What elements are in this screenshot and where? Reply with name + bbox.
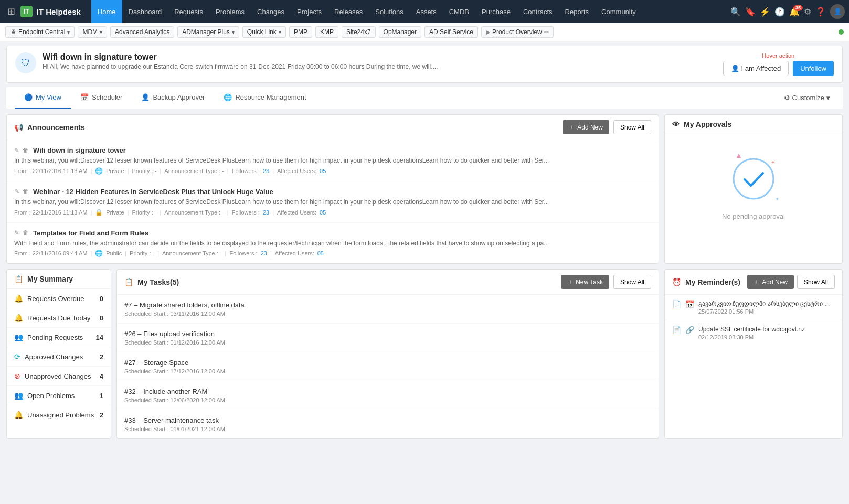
shortcut-ad-self-service[interactable]: AD Self Service xyxy=(424,26,478,38)
tab-resource-management[interactable]: 🌐 Resource Management xyxy=(214,87,315,109)
task-item[interactable]: #7 – Migrate shared folders, offline dat… xyxy=(117,295,659,324)
nav-problems[interactable]: Problems xyxy=(209,0,251,23)
add-announcement-button[interactable]: ＋ Add New xyxy=(563,120,609,134)
ann-item-actions: ✎ 🗑 xyxy=(14,188,29,195)
app-name: IT Helpdesk xyxy=(37,7,81,16)
nav-community[interactable]: Community xyxy=(595,0,642,23)
shortcut-kmp[interactable]: KMP xyxy=(315,26,338,38)
task-date: Scheduled Start : 17/12/2016 12:00 AM xyxy=(124,368,651,374)
nav-cmdb[interactable]: CMDB xyxy=(443,0,475,23)
approved-changes-icon: ⟳ xyxy=(14,352,20,361)
ann-item-actions: ✎ 🗑 xyxy=(14,229,29,237)
delete-icon[interactable]: 🗑 xyxy=(23,188,29,195)
shortcut-quick-link[interactable]: Quick Link ▾ xyxy=(242,26,286,38)
lightning-icon[interactable]: ⚡ xyxy=(760,7,770,17)
settings-icon[interactable]: ⚙ xyxy=(804,7,811,17)
reminder-doc-icon: 📄 xyxy=(672,326,681,334)
summary-row-open-problems[interactable]: 👥 Open Problems 1 xyxy=(7,386,111,405)
search-icon[interactable]: 🔍 xyxy=(730,7,741,17)
edit-icon[interactable]: ✎ xyxy=(14,229,19,237)
announcement-item: ✎ 🗑 Webinar - 12 Hidden Features in Serv… xyxy=(7,181,659,223)
resource-management-icon: 🌐 xyxy=(224,93,232,101)
summary-label: ⊗ Unapproved Changes xyxy=(14,372,91,380)
unassigned-problems-icon: 🔔 xyxy=(14,411,23,419)
shortcut-pmp[interactable]: PMP xyxy=(289,26,312,38)
task-item[interactable]: #33 – Server maintenance task Scheduled … xyxy=(117,410,659,438)
nav-purchase[interactable]: Purchase xyxy=(475,0,517,23)
iam-affected-button[interactable]: 👤 I am Affected xyxy=(723,61,789,76)
history-icon[interactable]: 🕐 xyxy=(774,7,785,17)
reminder-item[interactable]: 📄 📅 გავარკვიო ზუფდილში არსებული ცენტრი .… xyxy=(665,295,842,320)
summary-label: 🔔 Unassigned Problems xyxy=(14,411,94,419)
tab-scheduler[interactable]: 📅 Scheduler xyxy=(71,87,132,109)
nav-requests[interactable]: Requests xyxy=(168,0,209,23)
help-icon[interactable]: ❓ xyxy=(815,7,826,17)
summary-row-approved-changes[interactable]: ⟳ Approved Changes 2 xyxy=(7,347,111,367)
shortcut-mdm[interactable]: MDM ▾ xyxy=(78,26,107,38)
show-all-tasks-button[interactable]: Show All xyxy=(613,275,651,289)
ann-affected-label: Affected Users: xyxy=(277,168,316,174)
shortcut-admanager[interactable]: ADManager Plus ▾ xyxy=(177,26,239,38)
unfollow-button[interactable]: Unfollow xyxy=(793,61,834,76)
task-item[interactable]: #27 – Storage Space Scheduled Start : 17… xyxy=(117,352,659,381)
task-item[interactable]: #32 – Include another RAM Scheduled Star… xyxy=(117,381,659,410)
task-item[interactable]: #26 – Files upload verification Schedule… xyxy=(117,324,659,352)
delete-icon[interactable]: 🗑 xyxy=(23,229,29,237)
delete-icon[interactable]: 🗑 xyxy=(23,147,29,154)
my-reminders-panel: ⏰ My Reminder(s) ＋ Add New Show All 📄 📅 … xyxy=(664,269,843,439)
ann-body: In this webinar, you will:Discover 12 le… xyxy=(14,198,651,207)
show-all-announcements-button[interactable]: Show All xyxy=(613,120,651,134)
shortcut-advanced-analytics[interactable]: Advanced Analytics xyxy=(110,26,174,38)
nav-reports[interactable]: Reports xyxy=(559,0,596,23)
edit-icon[interactable]: ✎ xyxy=(14,188,19,195)
tab-my-view[interactable]: 🔵 My View xyxy=(15,87,71,109)
nav-home[interactable]: Home xyxy=(91,0,122,23)
nav-assets[interactable]: Assets xyxy=(410,0,443,23)
nav-solutions[interactable]: Solutions xyxy=(369,0,409,23)
user-avatar[interactable]: 👤 xyxy=(830,4,845,19)
shortcut-product-overview[interactable]: ▶ Product Overview ✏ xyxy=(481,26,554,38)
ann-from: From : 22/11/2016 11:13 AM xyxy=(14,209,87,216)
reminder-item[interactable]: 📄 🔗 Update SSL certificate for wdc.govt.… xyxy=(665,320,842,346)
notifications-wrapper: 🔔 35 xyxy=(789,7,800,17)
task-date: Scheduled Start : 01/01/2021 12:00 AM xyxy=(124,426,651,432)
shortcut-site24x7[interactable]: Site24x7 xyxy=(342,26,376,38)
summary-row-pending[interactable]: 👥 Pending Requests 14 xyxy=(7,328,111,347)
summary-row-due-today[interactable]: 🔔 Requests Due Today 0 xyxy=(7,308,111,328)
tasks-title-label: My Tasks(5) xyxy=(137,278,179,286)
backup-approver-label: Backup Approver xyxy=(153,93,205,101)
my-summary-panel: 📋 My Summary 🔔 Requests Overdue 0 🔔 Requ… xyxy=(6,269,111,439)
approved-changes-count: 2 xyxy=(100,353,103,361)
summary-title-label: My Summary xyxy=(27,275,73,283)
reminder-doc-icon: 📄 xyxy=(672,300,681,308)
nav-dashboard[interactable]: Dashboard xyxy=(122,0,168,23)
show-all-reminders-button[interactable]: Show All xyxy=(797,275,835,289)
nav-changes[interactable]: Changes xyxy=(251,0,291,23)
task-title: #27 – Storage Space xyxy=(124,359,651,367)
ann-type: Announcement Type : - xyxy=(164,209,224,216)
edit-icon[interactable]: ✎ xyxy=(14,147,19,154)
nav-projects[interactable]: Projects xyxy=(291,0,328,23)
reminder-content: Update SSL certificate for wdc.govt.nz 0… xyxy=(698,326,835,340)
summary-row-unassigned-problems[interactable]: 🔔 Unassigned Problems 2 xyxy=(7,405,111,424)
shortcut-endpoint-central[interactable]: 🖥 Endpoint Central ▾ xyxy=(5,26,75,38)
bookmark-icon[interactable]: 🔖 xyxy=(745,7,756,17)
pending-requests-label: Pending Requests xyxy=(27,334,83,341)
summary-label: 🔔 Requests Overdue xyxy=(14,294,84,303)
nav-releases[interactable]: Releases xyxy=(328,0,369,23)
unapproved-changes-count: 4 xyxy=(100,372,103,380)
approvals-header: 👁 My Approvals xyxy=(665,115,842,134)
shortcut-opmanager[interactable]: OpManager xyxy=(379,26,421,38)
nav-contracts[interactable]: Contracts xyxy=(517,0,559,23)
new-task-button[interactable]: ＋ New Task xyxy=(561,275,609,289)
ann-priority: Priority : - xyxy=(132,168,156,174)
banner-title: Wifi down in signature tower xyxy=(43,52,717,62)
summary-row-requests-overdue[interactable]: 🔔 Requests Overdue 0 xyxy=(7,289,111,308)
announcement-item: ✎ 🗑 Templates for Field and Form Rules W… xyxy=(7,223,659,264)
announcements-panel: 📢 Announcements ＋ Add New Show All ✎ 🗑 xyxy=(6,114,659,264)
tab-backup-approver[interactable]: 👤 Backup Approver xyxy=(132,87,214,109)
grid-icon[interactable]: ⊞ xyxy=(4,6,18,17)
customize-button[interactable]: ⚙ Customize ▾ xyxy=(780,90,834,106)
summary-row-unapproved-changes[interactable]: ⊗ Unapproved Changes 4 xyxy=(7,367,111,386)
add-reminder-button[interactable]: ＋ Add New xyxy=(747,275,794,289)
